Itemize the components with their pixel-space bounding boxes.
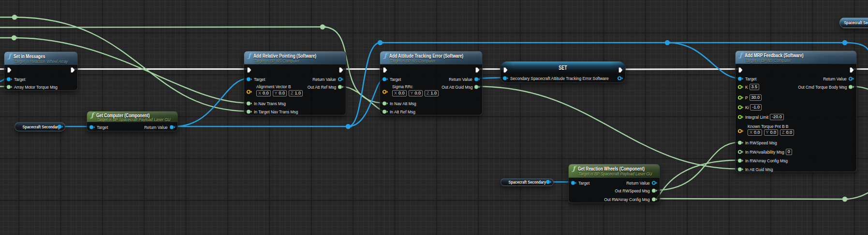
vector-pin[interactable] bbox=[382, 89, 388, 94]
msg-pin-icon[interactable] bbox=[651, 188, 658, 193]
msg-pin-icon[interactable] bbox=[737, 149, 744, 155]
node-header[interactable]: ƒGet Reaction Wheels (Component)Target i… bbox=[569, 164, 660, 178]
exec-pin-icon[interactable] bbox=[738, 67, 743, 73]
exec-pin-icon[interactable] bbox=[475, 67, 480, 73]
exec-wire[interactable] bbox=[623, 69, 738, 70]
reroute-node[interactable] bbox=[665, 40, 672, 45]
obj-wire[interactable] bbox=[348, 43, 380, 126]
exec-pin-icon[interactable] bbox=[339, 67, 343, 73]
node-get-reaction-wheels[interactable]: ƒGet Reaction Wheels (Component)Target i… bbox=[568, 164, 660, 203]
msg-pin-icon[interactable] bbox=[6, 84, 13, 90]
vec-pin-icon[interactable] bbox=[382, 89, 388, 94]
msg-pin-icon[interactable] bbox=[474, 84, 480, 90]
pin-p[interactable]: P30.0 bbox=[737, 94, 762, 101]
pin-return-value[interactable]: Return Value bbox=[446, 75, 480, 83]
msg-pin-icon[interactable] bbox=[382, 101, 388, 106]
float-pin-icon[interactable] bbox=[737, 84, 744, 90]
exec-pin-icon[interactable] bbox=[383, 67, 387, 73]
obj-pin-icon[interactable] bbox=[246, 77, 252, 82]
exec-pin[interactable] bbox=[475, 66, 480, 74]
value-input[interactable]: -1.0 bbox=[750, 104, 762, 110]
exec-pin-icon[interactable] bbox=[475, 67, 480, 73]
msg-pin-icon[interactable] bbox=[848, 84, 854, 90]
obj-pin-icon[interactable] bbox=[89, 125, 95, 130]
float-pin-icon[interactable] bbox=[737, 105, 744, 110]
pin-out[interactable] bbox=[617, 74, 623, 82]
node-header[interactable]: ƒGet Computer (Component)Target is BP Sp… bbox=[87, 111, 177, 122]
node-spacecraft-secondary-3[interactable]: Spacecraft Secondary bbox=[839, 17, 868, 28]
vector-input-y[interactable]: Y0.0 bbox=[764, 129, 779, 136]
msg-pin-icon[interactable] bbox=[246, 109, 252, 114]
pin-in-nav-trans-msg[interactable]: In Nav Trans Msg bbox=[246, 100, 286, 108]
obj-pin-icon[interactable] bbox=[651, 180, 658, 186]
msg-wire[interactable] bbox=[656, 199, 845, 199]
pin-in-nav-att-msg[interactable]: In Nav Att Msg bbox=[382, 100, 416, 108]
pin-out-cmd-torque-body-msg[interactable]: Out Cmd Torque Body Msg bbox=[792, 83, 854, 91]
reroute-node[interactable] bbox=[320, 24, 327, 29]
node-set-secondary-attitude-tracking-error[interactable]: SETSecondary Spacecraft Attitude Trackin… bbox=[500, 61, 626, 83]
node-header[interactable]: ƒSet in MessagesTarget is Reaction Wheel… bbox=[4, 52, 77, 65]
reroute-node[interactable] bbox=[12, 35, 18, 40]
msg-pin-icon[interactable] bbox=[246, 109, 252, 114]
float-pin-icon[interactable] bbox=[737, 114, 744, 120]
msg-pin-icon[interactable] bbox=[338, 84, 344, 90]
vector-input-z[interactable]: Z0.0 bbox=[780, 129, 794, 136]
obj-pin-icon[interactable] bbox=[338, 77, 344, 82]
obj-pin-icon[interactable] bbox=[338, 77, 344, 82]
msg-pin-icon[interactable] bbox=[848, 84, 854, 90]
obj-pin-icon[interactable] bbox=[737, 76, 744, 81]
pin-in-rwspeed-msg[interactable]: In RWSpeed Msg bbox=[737, 139, 777, 147]
msg-pin-icon[interactable] bbox=[737, 140, 744, 145]
pin-target[interactable]: Target bbox=[6, 75, 25, 83]
msg-pin-icon[interactable] bbox=[382, 109, 388, 114]
exec-pin[interactable] bbox=[247, 66, 251, 74]
msg-wire[interactable] bbox=[478, 87, 740, 169]
reroute-node[interactable] bbox=[842, 197, 849, 202]
node-spacecraft-secondary-2[interactable]: Spacecraft Secondary bbox=[500, 178, 554, 187]
msg-pin-icon[interactable] bbox=[737, 167, 744, 172]
pin-in-rwarray-config-msg[interactable]: In RWArray Config Msg bbox=[737, 157, 788, 165]
obj-pin-icon[interactable] bbox=[382, 77, 388, 82]
pin-ki[interactable]: Ki-1.0 bbox=[737, 104, 762, 111]
msg-wire[interactable] bbox=[656, 160, 740, 199]
msg-pin-icon[interactable] bbox=[651, 197, 658, 202]
reroute-node[interactable] bbox=[378, 40, 384, 45]
msg-pin-icon[interactable] bbox=[338, 84, 344, 90]
msg-pin-icon[interactable] bbox=[246, 101, 252, 106]
exec-pin-icon[interactable] bbox=[383, 67, 387, 73]
float-pin-icon[interactable] bbox=[737, 95, 744, 100]
msg-wire[interactable] bbox=[0, 27, 323, 28]
obj-pin-icon[interactable] bbox=[474, 77, 480, 82]
vector-input-z[interactable]: Z1.0 bbox=[425, 90, 439, 96]
msg-pin-icon[interactable] bbox=[737, 149, 744, 155]
pill-output-pin[interactable] bbox=[545, 179, 552, 185]
vec-pin-icon[interactable] bbox=[737, 128, 744, 134]
float-pin-icon[interactable] bbox=[737, 95, 744, 100]
pin-return-value[interactable]: Return Value bbox=[309, 75, 344, 83]
blueprint-graph-canvas[interactable]: ƒSet in MessagesTarget is Reaction Wheel… bbox=[0, 0, 868, 235]
pin-in-att-ref-msg[interactable]: In Att Ref Msg bbox=[382, 108, 415, 116]
msg-pin-icon[interactable] bbox=[737, 158, 744, 163]
pin-out-rwspeed-msg[interactable]: Out RWSpeed Msg bbox=[610, 187, 658, 195]
exec-pin[interactable] bbox=[71, 66, 75, 74]
float-pin-icon[interactable] bbox=[737, 84, 744, 90]
exec-pin[interactable] bbox=[738, 66, 743, 74]
vector-input-x[interactable]: X0.0 bbox=[256, 90, 271, 96]
obj-pin-icon[interactable] bbox=[89, 125, 95, 130]
msg-pin-icon[interactable] bbox=[246, 101, 252, 106]
exec-pin[interactable] bbox=[503, 66, 508, 74]
pin-out-rwarray-config-msg[interactable]: Out RWArray Config Msg bbox=[598, 195, 658, 203]
node-add-attitude-tracking-error[interactable]: ƒAdd Attitude Tracking Error (Software)T… bbox=[380, 51, 483, 115]
obj-pin-icon[interactable] bbox=[474, 77, 480, 82]
obj-pin-icon[interactable] bbox=[6, 77, 13, 82]
obj-pin-icon[interactable] bbox=[169, 125, 176, 130]
msg-pin-icon[interactable] bbox=[737, 158, 744, 163]
pin-out-att-ref-msg[interactable]: Out Att Ref Msg bbox=[304, 83, 344, 91]
node-set-in-messages[interactable]: ƒSet in MessagesTarget is Reaction Wheel… bbox=[4, 51, 78, 91]
obj-pin-icon[interactable] bbox=[57, 124, 63, 129]
exec-pin[interactable] bbox=[383, 66, 387, 74]
vector-input-z[interactable]: Z1.0 bbox=[289, 90, 303, 96]
obj-pin-icon[interactable] bbox=[617, 76, 623, 81]
exec-pin[interactable] bbox=[339, 66, 343, 74]
node-spacecraft-secondary-1[interactable]: Spacecraft Secondary bbox=[15, 122, 65, 131]
